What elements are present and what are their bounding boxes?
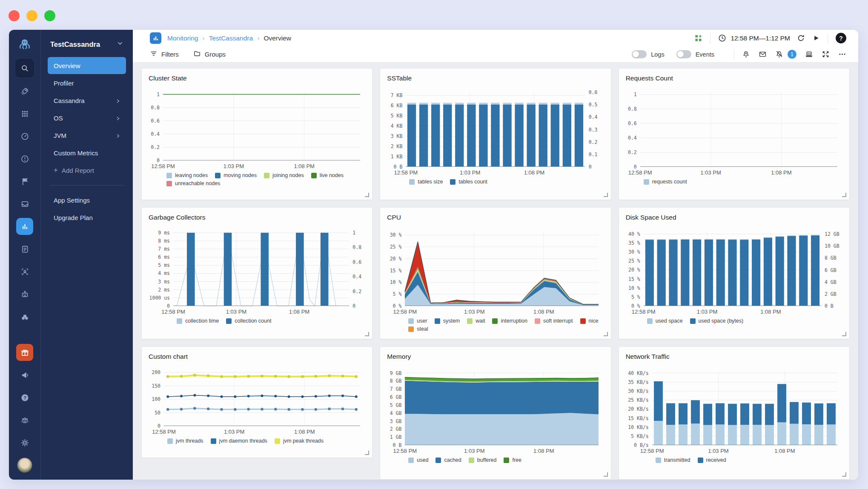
- gauge-icon[interactable]: [16, 128, 33, 145]
- legend-item[interactable]: joining nodes: [264, 172, 304, 178]
- sidebar-item-os[interactable]: OS: [48, 109, 126, 126]
- legend-item[interactable]: received: [698, 457, 726, 463]
- resize-handle[interactable]: [604, 193, 608, 197]
- legend-item[interactable]: moving nodes: [215, 172, 257, 178]
- gear-icon[interactable]: [16, 434, 33, 451]
- chart-plot[interactable]: [405, 371, 599, 445]
- chart-plot[interactable]: [644, 232, 821, 306]
- legend-item[interactable]: transmitted: [656, 457, 690, 463]
- toggle-track[interactable]: [632, 50, 647, 58]
- breadcrumb-monitoring[interactable]: Monitoring: [167, 34, 198, 42]
- legend-item[interactable]: collection count: [226, 318, 271, 324]
- sidebar-item-app-settings[interactable]: App Settings: [48, 192, 126, 209]
- more-options-icon[interactable]: [838, 50, 846, 58]
- document-icon[interactable]: [16, 240, 33, 257]
- chart-plot[interactable]: [640, 92, 837, 167]
- refresh-icon[interactable]: [797, 34, 805, 42]
- app-switcher[interactable]: TestCassandra: [48, 38, 126, 49]
- legend-item[interactable]: user: [408, 318, 427, 324]
- legend-item[interactable]: interruption: [492, 318, 527, 324]
- chart-plot[interactable]: [164, 371, 360, 426]
- sidebar-item-cassandra[interactable]: Cassandra: [48, 92, 126, 109]
- legend-item[interactable]: requests count: [644, 179, 687, 185]
- legend-item[interactable]: system: [435, 318, 460, 324]
- legend-item[interactable]: jvm daemon threads: [211, 438, 267, 444]
- resize-handle[interactable]: [365, 193, 369, 197]
- y-tick-label: 0.1: [589, 152, 598, 157]
- alert-count-badge[interactable]: 1: [788, 50, 796, 59]
- avatar[interactable]: [17, 458, 32, 473]
- sidebar-item-profiler[interactable]: Profiler: [48, 74, 126, 92]
- minimize-window-button[interactable]: [26, 10, 37, 21]
- sidebar-item-custom-metrics[interactable]: Custom Metrics: [48, 144, 126, 161]
- legend-item[interactable]: live nodes: [311, 172, 344, 178]
- alert-subscribe-icon[interactable]: [742, 50, 750, 58]
- legend-item[interactable]: used space: [647, 318, 683, 324]
- legend-item[interactable]: soft interrupt: [535, 318, 573, 324]
- play-icon[interactable]: [812, 34, 820, 42]
- legend-item[interactable]: steal: [408, 326, 428, 332]
- legend-item[interactable]: leaving nodes: [166, 172, 208, 178]
- legend-item[interactable]: jvm threads: [167, 438, 203, 444]
- resize-handle[interactable]: [842, 193, 846, 197]
- chart-plot[interactable]: [163, 92, 360, 160]
- legend-item[interactable]: jvm peak threads: [275, 438, 324, 444]
- email-icon[interactable]: [759, 50, 767, 58]
- legend-item[interactable]: used: [408, 457, 428, 463]
- events-toggle[interactable]: Events: [676, 50, 714, 58]
- legend-item[interactable]: used space (bytes): [690, 318, 744, 324]
- grid-icon[interactable]: [16, 105, 33, 122]
- legend-item[interactable]: wait: [467, 318, 485, 324]
- maximize-window-button[interactable]: [44, 10, 55, 21]
- groups-button[interactable]: Groups: [193, 50, 226, 59]
- close-window-button[interactable]: [9, 10, 20, 21]
- flag-icon[interactable]: [16, 173, 33, 190]
- resize-handle[interactable]: [365, 451, 369, 455]
- alerts-muted-icon[interactable]: [775, 50, 783, 58]
- inbox-icon[interactable]: [16, 195, 33, 212]
- chart-plot[interactable]: [652, 371, 837, 445]
- megaphone-icon[interactable]: [16, 366, 33, 383]
- sidebar-item-overview[interactable]: Overview: [48, 57, 126, 74]
- resize-handle[interactable]: [604, 332, 608, 336]
- resize-handle[interactable]: [842, 332, 846, 336]
- user-scan-icon[interactable]: [16, 263, 33, 280]
- sidebar-item-jvm[interactable]: JVM: [48, 127, 126, 144]
- help-circle-icon[interactable]: ?: [16, 389, 33, 406]
- resize-handle[interactable]: [842, 472, 846, 477]
- rocket-icon[interactable]: [16, 83, 33, 100]
- resize-handle[interactable]: [365, 332, 369, 336]
- logs-toggle[interactable]: Logs: [632, 50, 664, 58]
- help-icon[interactable]: ?: [836, 33, 846, 43]
- avatar[interactable]: [16, 457, 33, 474]
- legend-item[interactable]: buffered: [469, 457, 497, 463]
- add-report-button[interactable]: +Add Report: [48, 162, 126, 179]
- resize-handle[interactable]: [604, 472, 608, 477]
- legend-item[interactable]: free: [504, 457, 521, 463]
- add-component-icon[interactable]: [694, 34, 702, 42]
- octopus-logo[interactable]: [16, 36, 33, 53]
- time-range[interactable]: 12:58 PM—1:12 PM: [730, 34, 790, 42]
- chart-plot[interactable]: [405, 232, 599, 306]
- fullscreen-icon[interactable]: [822, 50, 830, 58]
- gift-icon[interactable]: [16, 344, 33, 361]
- alert-circle-icon[interactable]: [16, 150, 33, 167]
- sidebar-item-upgrade-plan[interactable]: Upgrade Plan: [48, 209, 126, 226]
- legend-item[interactable]: collection time: [177, 318, 219, 324]
- integrations-icon[interactable]: [805, 50, 813, 58]
- legend-item[interactable]: cached: [435, 457, 461, 463]
- bar-chart-icon[interactable]: [16, 218, 33, 235]
- chart-plot[interactable]: [406, 92, 585, 167]
- binoculars-icon[interactable]: [16, 308, 33, 325]
- legend-item[interactable]: nice: [580, 318, 599, 324]
- search-icon[interactable]: [16, 59, 34, 77]
- legend-item[interactable]: unreachable nodes: [166, 180, 220, 186]
- chart-plot[interactable]: [173, 232, 349, 306]
- legend-item[interactable]: tables size: [409, 179, 443, 185]
- breadcrumb-app[interactable]: TestCassandra: [209, 34, 253, 42]
- robot-icon[interactable]: [16, 286, 33, 303]
- filters-button[interactable]: Filters: [150, 50, 179, 59]
- legend-item[interactable]: tables count: [450, 179, 487, 185]
- team-icon[interactable]: [16, 412, 33, 429]
- toggle-track[interactable]: [676, 50, 691, 58]
